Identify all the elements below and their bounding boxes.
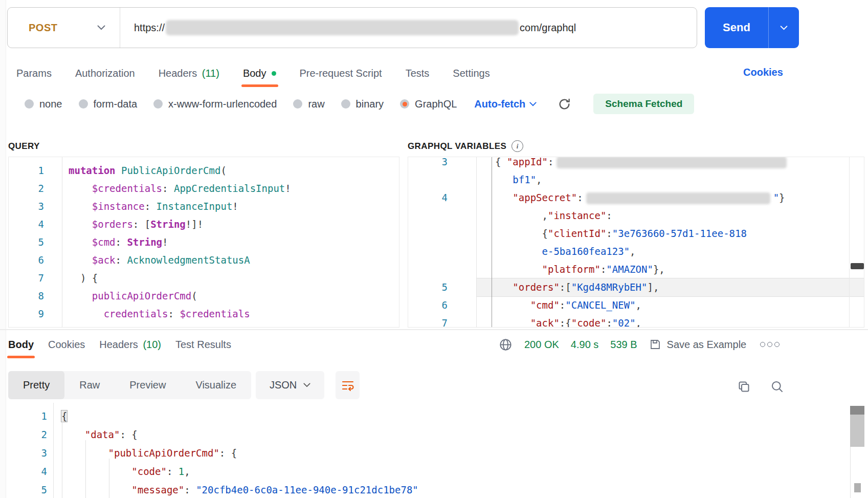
code-content: ,"instance": bbox=[476, 207, 864, 225]
code-token: }, bbox=[653, 264, 665, 275]
code-token bbox=[495, 192, 513, 203]
save-as-example-label: Save as Example bbox=[667, 339, 747, 351]
view-visualize[interactable]: Visualize bbox=[181, 371, 251, 399]
send-button[interactable]: Send bbox=[705, 7, 768, 48]
code-token: : bbox=[577, 192, 583, 203]
tab-label: Params bbox=[16, 68, 52, 79]
more-options-icon[interactable] bbox=[760, 342, 780, 347]
tab-tests[interactable]: Tests bbox=[406, 59, 430, 87]
tab-body[interactable]: Body bbox=[243, 59, 276, 87]
wrap-lines-button[interactable] bbox=[336, 371, 360, 399]
body-mode-x-www-form-urlencoded[interactable]: x-www-form-urlencoded bbox=[153, 98, 277, 110]
code-token: : { bbox=[120, 429, 137, 440]
code-token: "publicApiOrderCmd" bbox=[108, 447, 219, 459]
code-token: "appSecret" bbox=[513, 192, 577, 203]
view-preview[interactable]: Preview bbox=[115, 371, 181, 399]
code-token: { bbox=[61, 410, 67, 422]
line-number: 6 bbox=[9, 251, 62, 269]
tab-label: Tests bbox=[406, 68, 430, 79]
response-tab-cookies[interactable]: Cookies bbox=[48, 333, 85, 356]
code-content: {"clientId":"3e763660-57d1-11ee-818 bbox=[476, 225, 864, 243]
code-token: , bbox=[636, 317, 641, 328]
code-token: "3e763660-57d1-11ee-818 bbox=[612, 228, 747, 239]
line-number: 3 bbox=[9, 198, 62, 215]
url-input[interactable]: https:// com/graphql bbox=[120, 20, 697, 35]
code-token: : bbox=[606, 228, 612, 239]
code-token: String bbox=[127, 236, 162, 248]
code-token: credentials bbox=[104, 308, 168, 319]
radio-button-icon bbox=[400, 99, 409, 109]
tab-label: Pre-request Script bbox=[300, 68, 382, 79]
view-raw[interactable]: Raw bbox=[64, 371, 115, 399]
scrollbar-track-line bbox=[850, 447, 851, 498]
code-line: 9 credentials: $credentials bbox=[9, 305, 399, 323]
body-mode-form-data[interactable]: form-data bbox=[79, 98, 138, 110]
body-mode-label: form-data bbox=[94, 98, 138, 110]
code-token bbox=[495, 210, 542, 221]
line-number: 4 bbox=[9, 215, 62, 233]
response-tabs: BodyCookiesHeaders (10)Test Results bbox=[8, 333, 231, 356]
code-line: 4 "code": 1, bbox=[8, 462, 847, 481]
code-token: "orders" bbox=[513, 282, 560, 293]
response-tab-test-results[interactable]: Test Results bbox=[175, 333, 231, 356]
response-size[interactable]: 539 B bbox=[610, 339, 637, 351]
body-mode-binary[interactable]: binary bbox=[341, 98, 384, 110]
copy-response-button[interactable] bbox=[737, 380, 751, 396]
auto-fetch-dropdown[interactable]: Auto-fetch bbox=[474, 98, 537, 110]
send-options-button[interactable] bbox=[769, 7, 799, 48]
indent-guide bbox=[109, 459, 109, 498]
editor-scrollbar-thumb[interactable] bbox=[854, 483, 861, 492]
status-code[interactable]: 200 OK bbox=[524, 339, 559, 351]
search-response-button[interactable] bbox=[770, 380, 784, 396]
tab-label: Authorization bbox=[75, 68, 135, 79]
response-tab-headers[interactable]: Headers (10) bbox=[99, 333, 161, 356]
code-token: $ack bbox=[92, 254, 116, 266]
tab-label: Body bbox=[8, 339, 34, 351]
body-mode-raw[interactable]: raw bbox=[293, 98, 324, 110]
line-number: 2 bbox=[8, 425, 53, 444]
graphql-query-editor[interactable]: 1mutation PublicApiOrderCmd(2 $credentia… bbox=[8, 157, 399, 328]
code-token: { bbox=[542, 228, 548, 239]
info-icon[interactable]: i bbox=[511, 140, 523, 152]
code-token: : bbox=[168, 308, 180, 319]
body-mode-graphql[interactable]: GraphQL bbox=[400, 98, 457, 110]
tab-pre-request-script[interactable]: Pre-request Script bbox=[300, 59, 382, 87]
save-as-example-button[interactable]: Save as Example bbox=[649, 338, 747, 351]
chevron-down-icon bbox=[529, 102, 537, 106]
response-toolbar: PrettyRawPreviewVisualize JSON bbox=[8, 371, 360, 399]
format-dropdown[interactable]: JSON bbox=[256, 371, 324, 399]
body-mode-none[interactable]: none bbox=[25, 98, 62, 110]
code-content: publicApiOrderCmd( bbox=[62, 287, 399, 305]
gutter-border bbox=[476, 157, 477, 327]
tab-authorization[interactable]: Authorization bbox=[75, 59, 135, 87]
radio-button-icon bbox=[25, 99, 34, 109]
line-number: 5 bbox=[8, 481, 53, 498]
code-token bbox=[69, 308, 104, 319]
tab-headers[interactable]: Headers (11) bbox=[159, 59, 219, 87]
chevron-down-icon bbox=[303, 383, 310, 387]
refresh-schema-icon[interactable] bbox=[558, 98, 571, 111]
code-token: $credentials bbox=[180, 308, 250, 319]
graphql-variables-editor[interactable]: 3{ "appId": bf1",4 "appSecret":"} ,"inst… bbox=[408, 157, 864, 328]
code-token: String bbox=[150, 219, 186, 230]
variables-scrollbar-thumb[interactable] bbox=[851, 263, 864, 269]
response-tab-body[interactable]: Body bbox=[8, 333, 34, 356]
method-dropdown[interactable]: POST bbox=[8, 8, 120, 48]
line-number bbox=[408, 207, 476, 225]
view-pretty[interactable]: Pretty bbox=[8, 371, 64, 399]
response-time[interactable]: 4.90 s bbox=[571, 339, 598, 351]
code-token bbox=[69, 201, 92, 212]
tab-settings[interactable]: Settings bbox=[453, 59, 489, 87]
response-scrollbar-thumb[interactable] bbox=[850, 406, 864, 415]
code-token: : bbox=[145, 201, 157, 212]
cookies-link[interactable]: Cookies bbox=[743, 67, 783, 78]
code-token: : bbox=[560, 299, 565, 311]
postman-request-view: POST https:// com/graphql Send ParamsAut… bbox=[0, 0, 868, 498]
response-body-viewer[interactable]: 1{2 "data": {3 "publicApiOrderCmd": {4 "… bbox=[8, 403, 847, 498]
line-number: 1 bbox=[9, 162, 62, 180]
code-token: : bbox=[606, 210, 612, 221]
tab-params[interactable]: Params bbox=[16, 59, 52, 87]
code-token: : bbox=[600, 264, 606, 275]
code-token bbox=[116, 165, 121, 176]
code-token: :{ bbox=[560, 317, 571, 328]
